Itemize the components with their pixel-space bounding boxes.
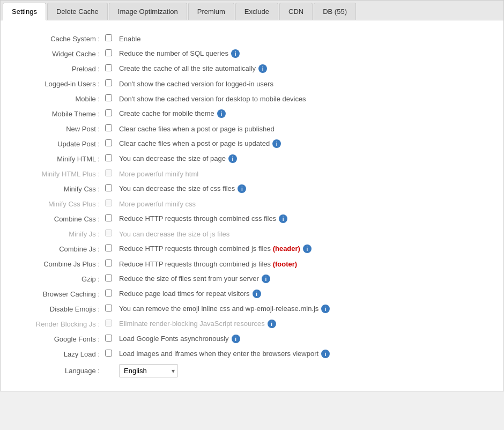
row-description: Reduce HTTP requests through combined cs… [119,214,287,224]
checkbox-cell [105,34,117,43]
row-label: Combine Css : [11,215,105,223]
checkbox-cell [105,94,117,103]
info-icon[interactable]: i [232,335,240,343]
settings-row: Minify Css :You can decrease the size of… [11,181,487,196]
setting-checkbox[interactable] [105,260,112,266]
setting-checkbox[interactable] [105,184,112,191]
settings-row: Cache System :Enable [11,31,487,46]
checkbox-cell [105,184,117,193]
setting-checkbox[interactable] [105,305,112,312]
language-label: Language : [11,367,105,375]
row-label: Disable Emojis : [11,305,105,313]
info-icon[interactable]: i [217,109,226,118]
info-icon[interactable]: i [321,350,330,358]
setting-checkbox[interactable] [105,169,112,176]
tab-settings[interactable]: Settings [3,3,46,20]
checkbox-cell [105,305,117,313]
checkbox-cell [105,79,117,88]
setting-checkbox[interactable] [105,94,112,101]
setting-checkbox[interactable] [105,49,112,56]
row-label: Preload : [11,65,105,73]
row-label: Minify Js : [11,230,105,238]
settings-row: Browser Caching :Reduce page load times … [11,286,487,301]
row-label: Widget Cache : [11,50,105,58]
tab-db-55[interactable]: DB (55) [314,3,356,20]
info-icon[interactable]: i [238,184,246,193]
info-icon[interactable]: i [272,139,281,148]
setting-checkbox[interactable] [105,154,112,161]
setting-checkbox[interactable] [105,244,112,251]
row-description: Load images and iframes when they enter … [119,350,330,359]
checkbox-cell [105,139,117,148]
checkbox-cell [105,244,117,253]
row-description: Load Google Fonts asynchronouslyi [119,335,240,344]
checkbox-cell [105,335,117,343]
row-description: Clear cache files when a post or page is… [119,125,275,133]
setting-checkbox[interactable] [105,64,112,71]
checkbox-cell [105,290,117,298]
setting-checkbox[interactable] [105,320,112,327]
setting-checkbox[interactable] [105,335,112,342]
row-label: Mobile : [11,95,105,103]
settings-row: Minify Css Plus :More powerful minify cs… [11,196,487,211]
info-icon[interactable]: i [253,290,261,298]
highlight-header-text: (header) [273,244,300,253]
info-icon[interactable]: i [258,64,267,73]
info-icon[interactable]: i [231,49,240,58]
row-description: Eliminate render-blocking JavaScript res… [119,320,276,329]
settings-row: Update Post :Clear cache files when a po… [11,136,487,151]
tab-image-optimization[interactable]: Image Optimization [109,3,187,20]
row-label: Google Fonts : [11,335,105,343]
row-label: Minify HTML Plus : [11,170,105,178]
settings-row: Minify HTML :You can decrease the size o… [11,151,487,166]
setting-checkbox[interactable] [105,290,112,296]
setting-checkbox[interactable] [105,199,112,206]
row-description: Reduce HTTP requests through combined js… [119,244,312,254]
checkbox-cell [105,320,117,328]
info-icon[interactable]: i [303,244,312,253]
settings-row: Combine Js Plus :Reduce HTTP requests th… [11,256,487,271]
setting-checkbox[interactable] [105,79,112,86]
main-container: SettingsDelete CacheImage OptimizationPr… [0,0,504,391]
checkbox-cell [105,229,117,238]
row-description: Reduce HTTP requests through combined js… [119,260,297,268]
checkbox-cell [105,199,117,208]
tab-exclude[interactable]: Exclude [235,3,278,20]
setting-checkbox[interactable] [105,350,112,357]
row-label: New Post : [11,125,105,133]
row-label: Cache System : [11,35,105,43]
setting-checkbox[interactable] [105,139,112,146]
language-select[interactable]: EnglishFrenchGermanSpanish [119,364,178,377]
checkbox-cell [105,124,117,133]
info-icon[interactable]: i [321,305,330,313]
row-description: Reduce page load times for repeat visito… [119,290,261,299]
setting-checkbox[interactable] [105,124,112,131]
row-description: Don't show the cached version for deskto… [119,95,306,103]
info-icon[interactable]: i [228,154,237,163]
language-row: Language :EnglishFrenchGermanSpanish [11,361,487,380]
setting-checkbox[interactable] [105,214,112,221]
row-description: Create cache for mobile themei [119,109,226,118]
info-icon[interactable]: i [268,320,276,328]
settings-row: Widget Cache :Reduce the number of SQL q… [11,46,487,61]
row-label: Browser Caching : [11,290,105,298]
setting-checkbox[interactable] [105,109,112,116]
checkbox-cell [105,154,117,163]
row-description: More powerful minify css [119,200,196,208]
info-icon[interactable]: i [279,214,287,223]
setting-checkbox[interactable] [105,275,112,281]
row-description: You can decrease the size of css filesi [119,184,246,194]
tab-delete-cache[interactable]: Delete Cache [47,3,108,20]
setting-checkbox[interactable] [105,34,112,41]
info-icon[interactable]: i [262,275,270,283]
row-label: Logged-in Users : [11,80,105,88]
row-label: Update Post : [11,140,105,148]
checkbox-cell [105,49,117,58]
settings-row: New Post :Clear cache files when a post … [11,121,487,136]
checkbox-cell [105,214,117,223]
row-label: Lazy Load : [11,350,105,358]
tab-cdn[interactable]: CDN [279,3,313,20]
settings-row: Google Fonts :Load Google Fonts asynchro… [11,331,487,346]
tab-premium[interactable]: Premium [188,3,234,20]
setting-checkbox[interactable] [105,229,112,236]
